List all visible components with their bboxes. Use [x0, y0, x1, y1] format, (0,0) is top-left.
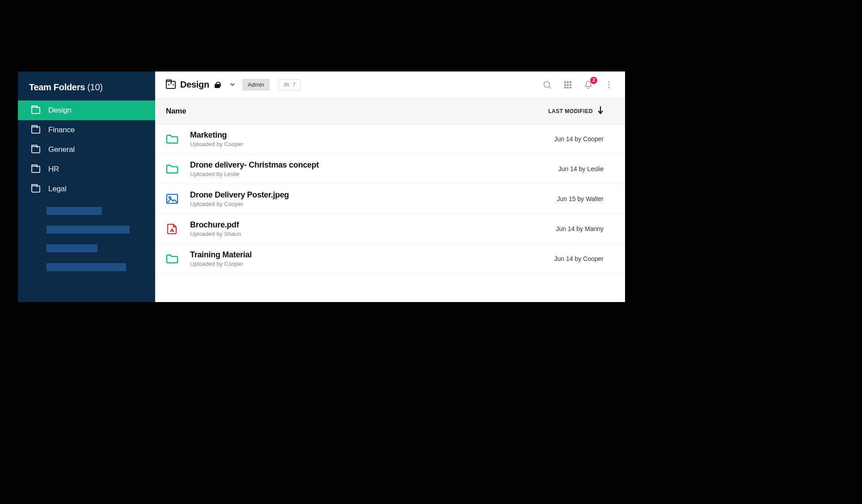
column-header-last-modified[interactable]: LAST MODIFIED [548, 106, 604, 116]
app-window: Team Folders (10) DesignFinanceGeneralHR… [18, 71, 625, 302]
skeleton-bar [46, 207, 102, 215]
svg-rect-4 [567, 81, 569, 83]
sidebar-item-label: Design [48, 106, 72, 115]
sidebar-item-label: HR [48, 165, 59, 174]
list-item-modified: Jun 14 by Manny [556, 225, 604, 232]
svg-point-13 [608, 84, 609, 85]
list-item-title: Marketing [190, 130, 554, 140]
pdf-file-icon [166, 223, 178, 234]
svg-rect-3 [564, 81, 566, 83]
skeleton-bar [46, 226, 130, 234]
sidebar-item-label: Legal [48, 185, 67, 193]
svg-rect-9 [564, 87, 566, 88]
column-header-name[interactable]: Name [166, 107, 186, 116]
folder-icon [166, 164, 178, 174]
svg-rect-11 [570, 87, 571, 88]
folder-icon [31, 166, 40, 173]
sort-descending-icon [597, 106, 604, 116]
sidebar-skeleton-group [18, 199, 155, 271]
column-header-last-modified-label: LAST MODIFIED [548, 108, 593, 114]
list-item[interactable]: Drone Delivery Poster.jpegUploaded by Co… [155, 184, 625, 214]
sidebar-item-hr[interactable]: HR [18, 160, 155, 179]
list-item-title: Drone delivery- Christmas concept [190, 160, 558, 170]
role-badge[interactable]: Admin [242, 79, 270, 91]
lock-icon [215, 82, 220, 88]
search-icon[interactable] [539, 79, 555, 91]
svg-rect-10 [567, 87, 569, 88]
list-item-modified: Jun 14 by Cooper [554, 135, 604, 143]
folder-icon [166, 134, 178, 144]
notifications-badge: 2 [590, 77, 597, 84]
list-item-title: Brochure.pdf [190, 220, 556, 230]
list-item-text: Training MaterialUploaded by Cooper [190, 250, 554, 267]
svg-point-1 [287, 83, 289, 85]
sidebar-item-general[interactable]: General [18, 140, 155, 160]
image-file-icon [166, 193, 178, 204]
folder-menu-chevron-icon[interactable] [230, 81, 235, 89]
list-item-subtitle: Uploaded by Leslie [190, 171, 558, 177]
svg-point-14 [608, 87, 609, 88]
sidebar-item-finance[interactable]: Finance [18, 120, 155, 140]
sidebar-item-design[interactable]: Design [18, 101, 155, 120]
sidebar-folder-list: DesignFinanceGeneralHRLegal [18, 101, 155, 199]
list-item-subtitle: Uploaded by Cooper [190, 141, 554, 147]
file-list: MarketingUploaded by CooperJun 14 by Coo… [155, 124, 625, 302]
sidebar-item-label: General [48, 145, 75, 154]
list-header: Name LAST MODIFIED [155, 98, 625, 124]
list-item-text: MarketingUploaded by Cooper [190, 130, 554, 147]
folder-icon [166, 253, 178, 264]
sidebar-item-label: Finance [48, 126, 75, 134]
topbar: Design Admin 7 [155, 71, 625, 98]
svg-point-12 [608, 81, 609, 83]
list-item-modified: Jun 15 by Walter [557, 195, 604, 202]
list-item-title: Drone Delivery Poster.jpeg [190, 190, 557, 200]
list-item[interactable]: Brochure.pdfUploaded by ShaunJun 14 by M… [155, 214, 625, 244]
folder-icon [31, 126, 40, 134]
list-item-text: Drone Delivery Poster.jpegUploaded by Co… [190, 190, 557, 207]
members-count: 7 [292, 81, 296, 88]
list-item[interactable]: Drone delivery- Christmas conceptUploade… [155, 154, 625, 184]
svg-rect-6 [564, 84, 566, 86]
sidebar: Team Folders (10) DesignFinanceGeneralHR… [18, 71, 155, 302]
main-panel: Design Admin 7 [155, 71, 625, 302]
svg-point-2 [544, 81, 550, 87]
team-folder-icon [166, 81, 176, 89]
list-item-modified: Jun 14 by Cooper [554, 255, 604, 262]
folder-icon [31, 146, 40, 153]
people-icon [283, 82, 290, 88]
more-menu-icon[interactable] [601, 79, 617, 91]
list-item-subtitle: Uploaded by Cooper [190, 201, 557, 207]
list-item-subtitle: Uploaded by Cooper [190, 260, 554, 267]
members-badge[interactable]: 7 [279, 79, 300, 90]
notifications-bell-icon[interactable]: 2 [580, 79, 596, 91]
list-item-title: Training Material [190, 250, 554, 260]
sidebar-count: (10) [87, 82, 102, 92]
list-item-modified: Jun 14 by Leslie [558, 165, 604, 172]
sidebar-title: Team Folders (10) [18, 71, 155, 101]
sidebar-title-text: Team Folders [29, 82, 85, 92]
list-item-text: Drone delivery- Christmas conceptUploade… [190, 160, 558, 177]
svg-rect-7 [567, 84, 569, 86]
skeleton-bar [46, 263, 126, 271]
svg-rect-8 [570, 84, 571, 86]
skeleton-bar [46, 244, 97, 252]
folder-icon [31, 107, 40, 114]
svg-rect-5 [570, 81, 571, 83]
list-item[interactable]: Training MaterialUploaded by CooperJun 1… [155, 244, 625, 274]
svg-point-0 [284, 83, 286, 84]
list-item[interactable]: MarketingUploaded by CooperJun 14 by Coo… [155, 124, 625, 154]
list-item-text: Brochure.pdfUploaded by Shaun [190, 220, 556, 237]
apps-grid-icon[interactable] [560, 79, 576, 91]
list-item-subtitle: Uploaded by Shaun [190, 231, 556, 237]
breadcrumb-folder-name: Design [180, 80, 209, 90]
folder-icon [31, 185, 40, 193]
sidebar-item-legal[interactable]: Legal [18, 179, 155, 199]
